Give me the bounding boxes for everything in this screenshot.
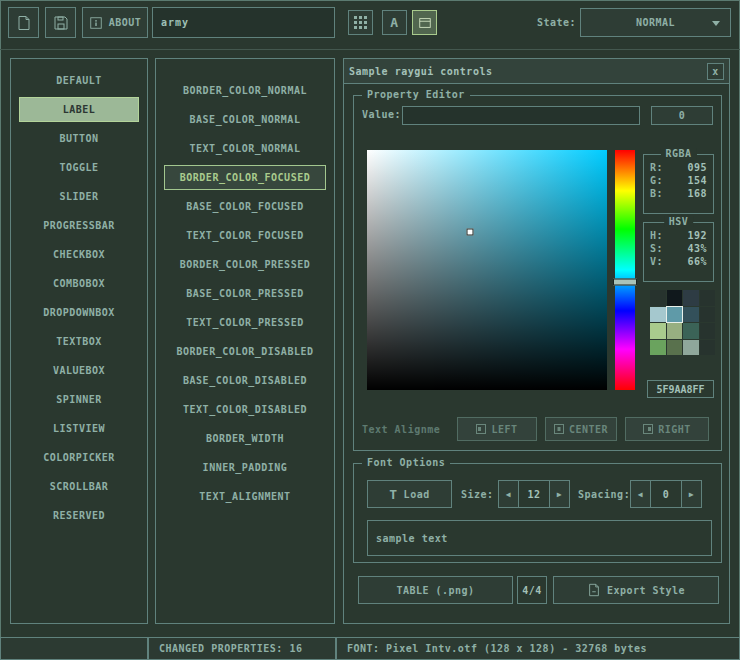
color-swatch[interactable] [700,340,716,356]
toolbar: ABOUT A State: NORMAL [0,0,740,50]
export-table-button[interactable]: TABLE (.png) [358,576,513,604]
properties-list-item[interactable]: BORDER_COLOR_DISABLED [164,339,326,364]
align-right-label: RIGHT [658,424,691,435]
export-style-button[interactable]: Export Style [553,576,719,604]
close-button[interactable]: x [707,63,724,80]
color-swatch[interactable] [650,323,666,339]
font-options-title: Font Options [362,457,450,468]
properties-list-item[interactable]: BORDER_COLOR_PRESSED [164,252,326,277]
color-swatch[interactable] [650,307,666,323]
font-size-increase-button[interactable]: ▶ [549,480,570,508]
properties-list-item[interactable]: INNER_PADDING [164,455,326,480]
controls-list-item[interactable]: SPINNER [19,387,139,412]
value-textbox[interactable] [402,106,640,125]
color-swatch[interactable] [683,323,699,339]
controls-list-item[interactable]: RESERVED [19,503,139,528]
color-swatch[interactable] [700,307,716,323]
controls-list-item[interactable]: DEFAULT [19,68,139,93]
properties-list-item[interactable]: BASE_COLOR_DISABLED [164,368,326,393]
controls-list-item[interactable]: BUTTON [19,126,139,151]
color-panel[interactable] [367,150,607,390]
file-icon [16,15,32,31]
grid-icon [354,16,367,29]
color-swatch[interactable] [667,323,683,339]
sample-window-title: Sample raygui controls [349,66,492,77]
arrow-left-icon: ◀ [638,490,643,499]
h-label: H: [650,230,663,241]
properties-list-item[interactable]: TEXT_COLOR_NORMAL [164,136,326,161]
font-letter-icon: A [390,15,398,30]
h-value: 192 [687,230,707,241]
color-swatch[interactable] [667,307,683,323]
color-swatch[interactable] [650,290,666,306]
color-swatch[interactable] [683,290,699,306]
g-value: 154 [687,175,707,186]
color-swatch[interactable] [683,307,699,323]
properties-list-item[interactable]: TEXT_COLOR_DISABLED [164,397,326,422]
color-panel-marker[interactable] [467,228,474,235]
color-swatch[interactable] [650,340,666,356]
v-label: V: [650,256,663,267]
property-editor-title: Property Editor [362,89,470,100]
properties-list-item[interactable]: BORDER_COLOR_FOCUSED [164,165,326,190]
hue-bar[interactable] [615,150,635,390]
hsv-title: HSV [664,216,694,227]
chevron-down-icon [712,21,720,26]
controls-list-item[interactable]: PROGRESSBAR [19,213,139,238]
controls-view-button[interactable] [412,10,437,35]
properties-list-item[interactable]: BORDER_WIDTH [164,426,326,451]
controls-list-item[interactable]: DROPDOWNBOX [19,300,139,325]
controls-list-item[interactable]: TOGGLE [19,155,139,180]
hsv-v-row: V:66% [644,254,713,267]
controls-list-item[interactable]: SLIDER [19,184,139,209]
color-swatch[interactable] [667,340,683,356]
status-changed-properties: CHANGED PROPERTIES: 16 [148,637,336,660]
load-font-label: Load [404,489,430,500]
style-color-palette [650,290,715,355]
align-left-button[interactable]: LEFT [457,417,537,441]
rgba-title: RGBA [660,148,696,159]
hex-color-value[interactable]: 5F9AA8FF [647,380,714,398]
controls-list-item[interactable]: SCROLLBAR [19,474,139,499]
color-swatch[interactable] [667,290,683,306]
controls-list-item[interactable]: LISTVIEW [19,416,139,441]
controls-list-item[interactable]: TEXTBOX [19,329,139,354]
text-alignment-label: Text Alignme [362,424,456,435]
font-size-decrease-button[interactable]: ◀ [498,480,519,508]
controls-list-item[interactable]: LABEL [19,97,139,122]
font-view-button[interactable]: A [382,10,407,35]
font-size-value[interactable]: 12 [518,480,550,508]
b-value: 168 [687,188,707,199]
controls-list-item[interactable]: COLORPICKER [19,445,139,470]
font-spacing-decrease-button[interactable]: ◀ [630,480,651,508]
save-style-button[interactable] [45,7,76,38]
font-spacing-increase-button[interactable]: ▶ [681,480,702,508]
controls-list-item[interactable]: VALUEBOX [19,358,139,383]
state-dropdown[interactable]: NORMAL [580,8,731,37]
align-center-button[interactable]: CENTER [545,417,617,441]
color-swatch[interactable] [700,290,716,306]
controls-list-item[interactable]: CHECKBOX [19,242,139,267]
sample-window-titlebar[interactable]: Sample raygui controls x [344,59,729,84]
color-swatch[interactable] [683,340,699,356]
properties-list-item[interactable]: TEXT_COLOR_PRESSED [164,310,326,335]
properties-list-item[interactable]: TEXT_ALIGNMENT [164,484,326,509]
controls-list-item[interactable]: COMBOBOX [19,271,139,296]
hue-slider-handle[interactable] [613,279,637,286]
export-format-counter[interactable]: 4/4 [517,576,547,604]
about-button[interactable]: ABOUT [82,7,148,38]
properties-list-item[interactable]: TEXT_COLOR_FOCUSED [164,223,326,248]
font-spacing-value[interactable]: 0 [650,480,682,508]
properties-list-item[interactable]: BASE_COLOR_FOCUSED [164,194,326,219]
value-button[interactable]: 0 [651,106,713,125]
color-swatch[interactable] [700,323,716,339]
load-font-button[interactable]: T Load [367,480,452,508]
new-style-button[interactable] [8,7,39,38]
align-right-button[interactable]: RIGHT [625,417,709,441]
properties-list-item[interactable]: BORDER_COLOR_NORMAL [164,78,326,103]
sample-text-box[interactable]: sample text [367,520,712,556]
grid-view-button[interactable] [348,10,373,35]
style-name-input[interactable] [152,7,335,38]
properties-list-item[interactable]: BASE_COLOR_NORMAL [164,107,326,132]
properties-list-item[interactable]: BASE_COLOR_PRESSED [164,281,326,306]
